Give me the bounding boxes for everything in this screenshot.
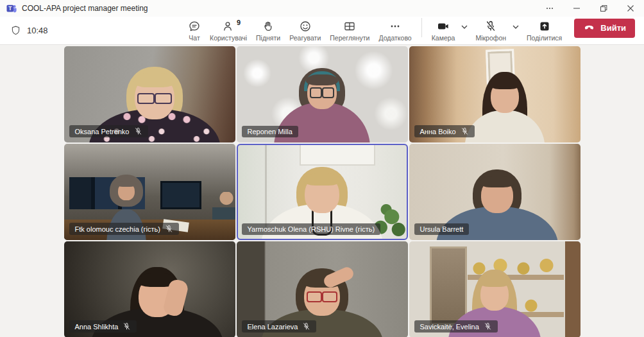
participant-tile[interactable]: Ftk olomouc czechia (гість) [64, 144, 235, 240]
person-head [491, 80, 519, 113]
participant-name: Ftk olomouc czechia (гість) [75, 225, 160, 233]
chat-label: Чат [189, 34, 199, 42]
share-button[interactable]: Поділитися [522, 19, 566, 43]
participant-tile[interactable]: Reponen Milla [237, 46, 408, 143]
meeting-toolbar: 10:48 Чат 9 Користувачі Підняти [0, 17, 644, 45]
participants-button[interactable]: 9 Користувачі [205, 19, 251, 43]
svg-text:T: T [8, 5, 12, 12]
leave-button[interactable]: Вийти [574, 19, 635, 38]
chat-icon [188, 20, 201, 33]
participant-tile[interactable]: Анна Boiko [409, 46, 580, 143]
video-grid: Oksana Petrenko Reponen Milla [64, 46, 580, 337]
timer-value: 10:48 [27, 26, 48, 35]
participant-name: Savickaitė, Evelina [420, 323, 479, 331]
mic-muted-icon [484, 20, 497, 33]
more-actions-label: Додатково [378, 34, 411, 42]
teams-logo-icon: T [6, 3, 17, 13]
participant-name: Ursula Barrett [420, 225, 464, 233]
participant-tile[interactable]: Yarmoschuk Olena (RSHU) Rivne (гість) [237, 144, 408, 240]
person-head [305, 175, 339, 213]
participant-name: Yarmoschuk Olena (RSHU) Rivne (гість) [248, 225, 375, 233]
participant-nametag: Yarmoschuk Olena (RSHU) Rivne (гість) [242, 223, 381, 235]
raise-hand-button[interactable]: Підняти [251, 19, 285, 43]
participant-nametag: Ursula Barrett [414, 223, 470, 235]
chevron-down-icon [513, 25, 519, 29]
camera-label: Камера [432, 34, 455, 42]
window-controls [536, 0, 644, 17]
participant-nametag: Анна Boiko [414, 125, 475, 137]
window-title: COOL-APA project manager meeting [22, 4, 148, 13]
person-head [118, 182, 135, 200]
window-restore-button[interactable] [590, 0, 617, 17]
chat-button[interactable]: Чат [183, 19, 205, 43]
shield-icon [10, 25, 21, 36]
person-body [465, 110, 545, 143]
participant-nametag: Reponen Milla [242, 126, 298, 137]
react-icon [299, 20, 312, 33]
person-glasses [310, 87, 334, 96]
hangup-icon [583, 22, 595, 34]
participant-nametag: Elena Lazarieva [242, 320, 317, 333]
window-close-button[interactable] [617, 0, 644, 17]
more-actions-button[interactable]: Додатково [374, 19, 416, 43]
participant-tile[interactable]: Oksana Petrenko [64, 46, 235, 143]
meeting-stage: Oksana Petrenko Reponen Milla [0, 45, 644, 337]
toolbar-controls: Чат 9 Користувачі Підняти Реагувати [183, 18, 636, 44]
react-button[interactable]: Реагувати [285, 19, 325, 43]
mic-off-icon [302, 322, 310, 331]
mic-off-icon [123, 322, 131, 331]
participant-nametag: Savickaitė, Evelina [414, 320, 498, 333]
mic-off-icon [165, 225, 173, 233]
mic-off-icon [484, 322, 492, 331]
camera-button[interactable]: Камера [427, 19, 460, 43]
react-label: Реагувати [289, 34, 321, 42]
share-label: Поділитися [527, 34, 562, 42]
raise-hand-label: Підняти [256, 34, 280, 42]
restore-icon [600, 4, 607, 12]
view-button[interactable]: Переглянути [325, 19, 374, 43]
view-label: Переглянути [330, 34, 369, 42]
toolbar-divider [421, 18, 422, 37]
participant-nametag: Oksana Petrenko [69, 125, 148, 137]
camera-icon [437, 20, 450, 33]
participant-name: Anna Shlikhta [75, 323, 119, 331]
mic-off-icon [134, 127, 142, 135]
participants-label: Користувачі [210, 34, 247, 42]
microphone-button[interactable]: Мікрофон [471, 19, 511, 43]
camera-options-chevron[interactable] [459, 20, 470, 32]
participants-count-badge: 9 [237, 19, 241, 26]
participant-name: Oksana Petrenko [75, 128, 130, 135]
ellipsis-icon [545, 4, 554, 13]
person-head [481, 177, 513, 213]
share-screen-icon [538, 20, 551, 33]
participant-tile[interactable]: Anna Shlikhta [64, 241, 235, 337]
participant-nametag: Anna Shlikhta [69, 320, 137, 333]
person-glasses [137, 93, 172, 101]
minimize-icon [573, 4, 580, 12]
participant-tile[interactable]: Elena Lazarieva [237, 241, 408, 337]
people-icon: 9 [222, 20, 235, 33]
more-icon [389, 20, 402, 33]
raise-hand-icon [262, 20, 275, 33]
participant-name: Анна Boiko [420, 128, 456, 135]
titlebar: T COOL-APA project manager meeting [0, 0, 644, 17]
participant-tile[interactable]: Savickaitė, Evelina [409, 241, 580, 337]
microphone-label: Мікрофон [475, 34, 506, 42]
person-head [480, 277, 509, 311]
window-minimize-button[interactable] [563, 0, 590, 17]
leave-label: Вийти [600, 23, 626, 33]
chevron-down-icon [461, 25, 468, 29]
close-icon [627, 4, 634, 12]
participant-nametag: Ftk olomouc czechia (гість) [69, 223, 179, 235]
mic-off-icon [461, 127, 469, 135]
microphone-options-chevron[interactable] [511, 20, 521, 32]
window-more-button[interactable] [536, 0, 563, 17]
participant-name: Elena Lazarieva [248, 323, 298, 331]
participant-tile[interactable]: Ursula Barrett [409, 144, 580, 240]
person-glasses [307, 291, 337, 300]
participant-name: Reponen Milla [248, 128, 292, 135]
meeting-timer: 10:48 [8, 25, 48, 36]
view-icon [343, 20, 356, 33]
